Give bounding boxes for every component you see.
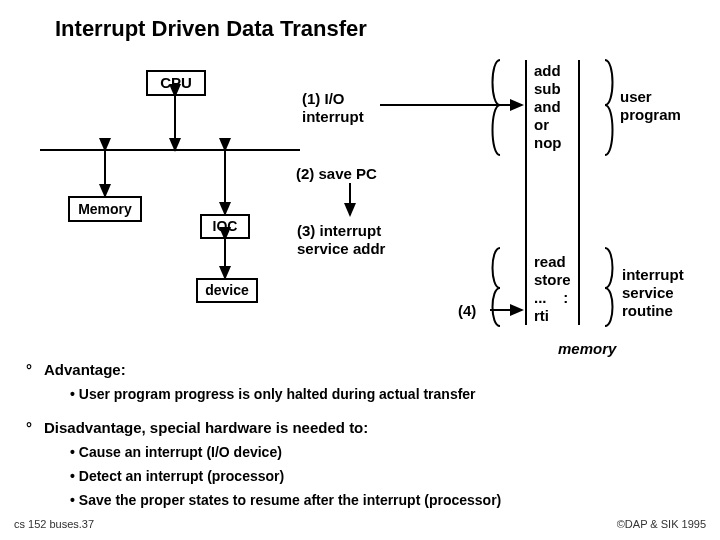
step-4-label: (4) [458, 302, 476, 320]
memory-label: memory [558, 340, 616, 357]
instr-sub: sub [534, 80, 562, 98]
memory-block: Memory [68, 196, 142, 222]
user-program-label: userprogram [620, 88, 681, 124]
cpu-block: CPU [146, 70, 206, 96]
step-3-label: (3) interruptservice addr [297, 222, 385, 258]
instr-or: or [534, 116, 562, 134]
instr-dots: ... : [534, 289, 571, 307]
user-program-instructions: add sub and or nop [534, 62, 562, 152]
bullet-list: °Advantage: • User program progress is o… [26, 358, 501, 512]
step-1-label: (1) I/Ointerrupt [302, 90, 364, 126]
instr-nop: nop [534, 134, 562, 152]
instr-read: read [534, 253, 571, 271]
interrupt-service-routine-label: interruptserviceroutine [622, 266, 684, 320]
footer-left: cs 152 buses.37 [14, 518, 94, 530]
page-title: Interrupt Driven Data Transfer [55, 16, 367, 42]
disadvantage-item-2: • Detect an interrupt (processor) [70, 464, 501, 488]
disadvantage-item-3: • Save the proper states to resume after… [70, 488, 501, 512]
service-routine-instructions: read store ... : rti [534, 253, 571, 325]
instr-and: and [534, 98, 562, 116]
instr-rti: rti [534, 307, 571, 325]
instr-store: store [534, 271, 571, 289]
ioc-block: IOC [200, 214, 250, 239]
footer-right: ©DAP & SIK 1995 [617, 518, 706, 530]
device-block: device [196, 278, 258, 303]
disadvantage-heading: °Disadvantage, special hardware is neede… [26, 416, 501, 440]
disadvantage-item-1: • Cause an interrupt (I/O device) [70, 440, 501, 464]
advantage-heading: °Advantage: [26, 358, 501, 382]
advantage-item-1: • User program progress is only halted d… [70, 382, 501, 406]
instr-add: add [534, 62, 562, 80]
step-2-label: (2) save PC [296, 165, 377, 183]
